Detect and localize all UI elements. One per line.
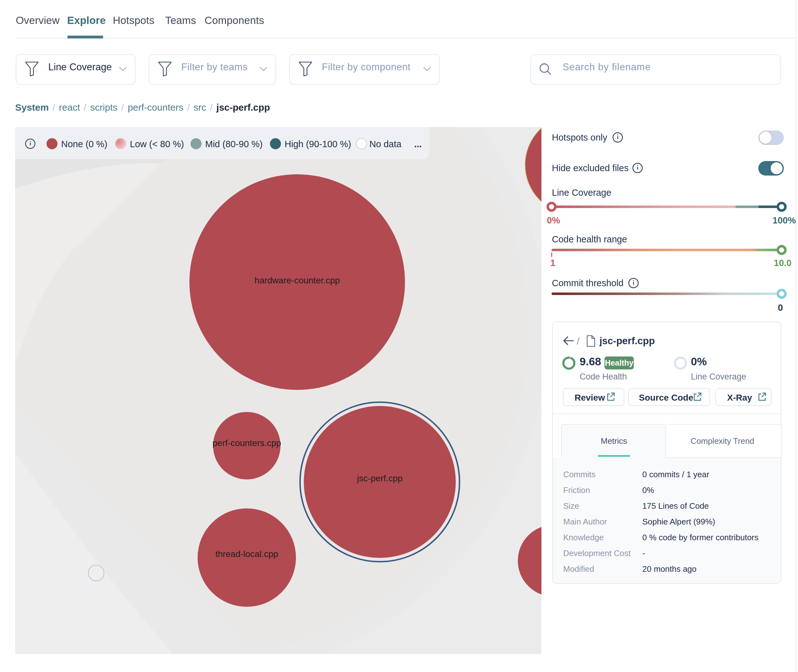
svg-text:Mid (80-90 %): Mid (80-90 %)	[205, 139, 262, 149]
svg-text:None (0 %): None (0 %)	[61, 139, 107, 149]
svg-text:No data: No data	[369, 139, 401, 149]
svg-text:High (90-100 %): High (90-100 %)	[285, 139, 351, 149]
svg-text:thread-local.cpp: thread-local.cpp	[215, 549, 278, 559]
svg-text:...: ...	[414, 139, 422, 149]
svg-text:hardware-counter.cpp: hardware-counter.cpp	[255, 275, 340, 285]
svg-text:Low (< 80 %): Low (< 80 %)	[130, 139, 184, 149]
svg-text:perf-counters.cpp: perf-counters.cpp	[213, 438, 281, 448]
svg-text:jsc-perf.cpp: jsc-perf.cpp	[357, 474, 403, 483]
